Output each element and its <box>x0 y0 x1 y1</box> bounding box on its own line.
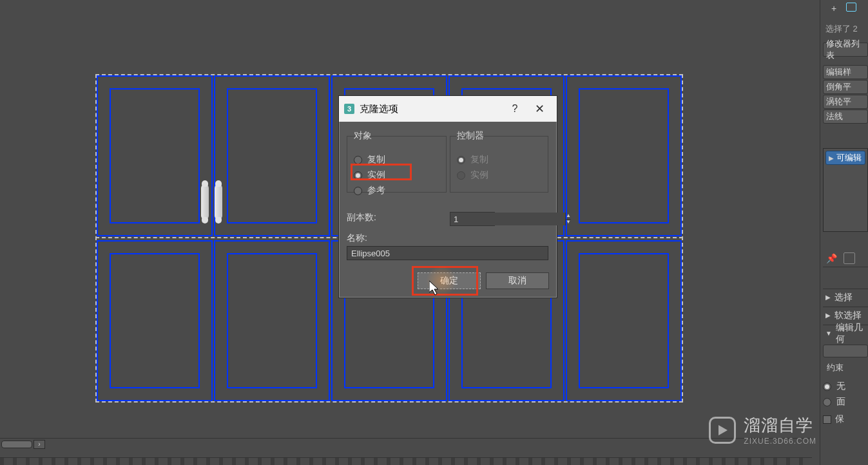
option-label: 实例 <box>367 169 385 181</box>
watermark-title: 溜溜自学 <box>744 414 816 437</box>
radio-icon <box>354 187 362 195</box>
option-label: 无 <box>836 381 845 392</box>
edit-geo-action[interactable] <box>823 345 868 357</box>
pin-icon[interactable]: 📌 <box>825 252 837 264</box>
preserve-option[interactable]: 保 <box>823 413 868 425</box>
wire-panel <box>97 240 213 401</box>
stack-button[interactable]: 倒角平 <box>823 80 868 94</box>
constraint-option-face[interactable]: 面 <box>823 394 868 410</box>
radio-icon <box>457 171 465 180</box>
expand-icon: ▶ <box>829 155 834 162</box>
option-label: 实例 <box>470 169 488 181</box>
svg-marker-1 <box>719 425 728 435</box>
stack-button[interactable]: 涡轮平 <box>823 95 868 109</box>
modifier-name: 可编辑 <box>836 152 862 164</box>
stack-button[interactable]: 编辑样 <box>823 65 868 79</box>
radio-icon <box>354 171 362 180</box>
option-label: 面 <box>836 396 845 408</box>
radio-icon <box>457 156 465 164</box>
option-reference[interactable]: 参考 <box>354 183 439 198</box>
spinner-up-icon[interactable]: ▲ <box>566 213 571 220</box>
watermark-logo-icon <box>709 417 736 444</box>
mod-panel-icon[interactable] <box>846 3 856 12</box>
watermark-sub: ZIXUE.3D66.COM <box>744 437 816 446</box>
object-group-legend: 对象 <box>351 130 374 142</box>
cancel-button[interactable]: 取消 <box>486 272 549 289</box>
time-slider-step[interactable]: › <box>34 440 45 449</box>
radio-icon <box>354 156 362 164</box>
command-panel[interactable]: + 选择了 2 修改器列表 编辑样 倒角平 涡轮平 法线 ▶ 可编辑 📌 ▶ 选… <box>820 0 868 465</box>
plus-icon[interactable]: + <box>828 3 840 14</box>
rollout-edit-geometry[interactable]: ▼ 编辑几何 <box>823 325 868 341</box>
dialog-title: 克隆选项 <box>360 103 503 115</box>
close-button[interactable]: ✕ <box>527 102 552 116</box>
copies-spinner[interactable]: ▲ ▼ <box>450 212 495 226</box>
time-slider[interactable]: › <box>0 438 812 450</box>
name-input[interactable] <box>347 246 548 260</box>
wire-panel <box>566 75 682 236</box>
checkbox-icon <box>823 415 831 424</box>
option-label: 保 <box>835 413 844 425</box>
timeline-ruler <box>0 457 812 465</box>
option-label: 复制 <box>470 154 488 166</box>
constraint-label: 约束 <box>823 362 868 374</box>
handle-shape <box>201 184 209 220</box>
clone-options-dialog: 3 克隆选项 ? ✕ 对象 复制 实例 参考 控制器 <box>338 95 557 298</box>
rollout-label: 软选择 <box>834 310 862 321</box>
help-button[interactable]: ? <box>503 103 527 115</box>
modifier-stack[interactable]: ▶ 可编辑 <box>823 148 868 232</box>
controller-option-instance: 实例 <box>457 167 541 183</box>
wire-panel <box>214 75 330 236</box>
app-icon: 3 <box>344 104 354 114</box>
cancel-button-label: 取消 <box>508 275 526 287</box>
time-slider-thumb[interactable] <box>1 441 32 448</box>
rollout-label: 选择 <box>834 292 853 303</box>
stack-button[interactable]: 法线 <box>823 109 868 124</box>
chevron-right-icon: ▶ <box>825 294 831 301</box>
option-label: 参考 <box>367 185 385 196</box>
option-label: 复制 <box>367 154 385 166</box>
spinner-down-icon[interactable]: ▼ <box>566 220 571 226</box>
modifier-stack-item-selected[interactable]: ▶ 可编辑 <box>825 151 865 165</box>
watermark: 溜溜自学 ZIXUE.3D66.COM <box>709 414 816 446</box>
radio-icon <box>823 398 831 406</box>
name-label: 名称: <box>347 232 367 244</box>
rollout-label: 编辑几何 <box>836 322 868 345</box>
controller-group-legend: 控制器 <box>454 130 487 142</box>
selection-status: 选择了 2 <box>823 18 868 40</box>
radio-icon <box>823 383 831 391</box>
dialog-titlebar[interactable]: 3 克隆选项 ? ✕ <box>339 96 557 122</box>
controller-group: 控制器 复制 实例 <box>450 136 548 193</box>
chevron-down-icon: ▼ <box>825 330 832 337</box>
chevron-right-icon: ▶ <box>825 312 831 319</box>
copies-input[interactable] <box>450 213 565 225</box>
copies-label: 副本数: <box>347 212 376 223</box>
constraint-option-none[interactable]: 无 <box>823 379 868 394</box>
wire-panel <box>97 75 213 236</box>
rollout-soft-select[interactable]: ▶ 软选择 <box>823 307 868 323</box>
wire-panel <box>214 240 330 401</box>
wire-panel <box>566 240 682 401</box>
click-highlight <box>425 266 458 296</box>
option-instance[interactable]: 实例 <box>354 167 439 183</box>
option-copy[interactable]: 复制 <box>354 152 439 167</box>
modifier-list-dropdown[interactable]: 修改器列表 <box>823 43 868 57</box>
object-group: 对象 复制 实例 参考 <box>347 136 447 193</box>
handle-shape <box>215 184 222 220</box>
config-icon[interactable] <box>844 252 855 264</box>
rollout-select[interactable]: ▶ 选择 <box>823 289 868 305</box>
controller-option-copy: 复制 <box>457 152 541 167</box>
